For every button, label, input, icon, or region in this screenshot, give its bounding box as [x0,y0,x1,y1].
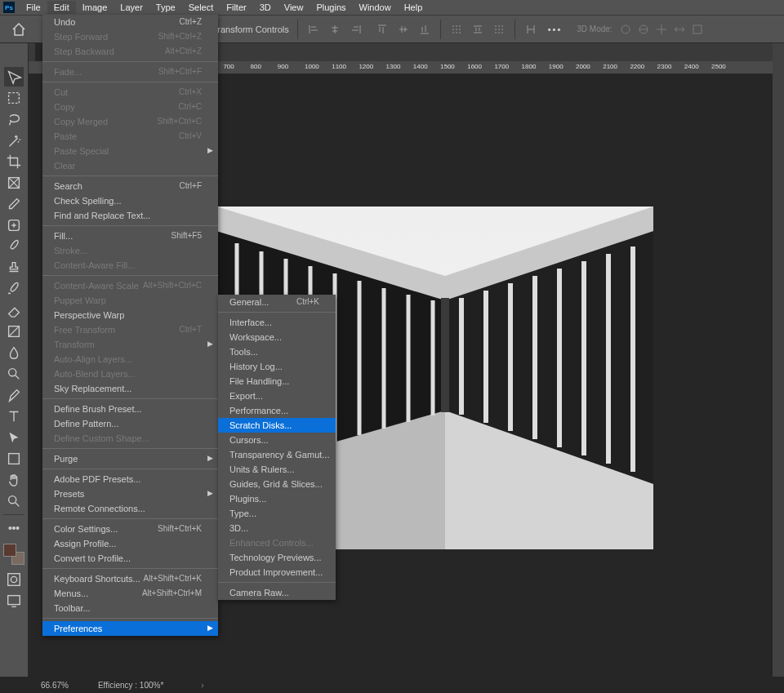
align-bottom-icon[interactable] [415,20,434,39]
prefs-menu-scratch-disks[interactable]: Scratch Disks... [218,418,336,433]
menu-edit[interactable]: Edit [47,1,76,14]
menu-plugins[interactable]: Plugins [310,1,352,14]
more-options-icon[interactable]: ••• [548,24,563,34]
status-flyout-icon[interactable]: › [201,681,203,690]
align-right-icon[interactable] [346,20,366,39]
distribute-center-v-icon[interactable] [468,20,488,39]
prefs-menu-file-handling[interactable]: File Handling... [218,374,336,389]
edit-menu-adobe-pdf-presets[interactable]: Adobe PDF Presets... [42,472,218,486]
zoom-3d-icon[interactable] [691,23,704,36]
prefs-menu-guides-grid-slices[interactable]: Guides, Grid & Slices... [218,477,336,491]
home-button[interactable] [3,18,34,41]
menu-select[interactable]: Select [182,1,220,14]
edit-menu-check-spelling[interactable]: Check Spelling... [42,193,218,208]
prefs-menu-product-improvement[interactable]: Product Improvement... [218,565,336,580]
type-tool[interactable] [4,406,24,426]
efficiency-readout[interactable]: Efficiency : 100%* [98,681,163,690]
edit-menu-presets[interactable]: Presets▶ [42,486,218,501]
align-left-icon[interactable] [304,20,323,39]
edit-menu-toolbar[interactable]: Toolbar... [42,601,218,615]
wand-tool[interactable] [4,131,24,150]
edit-menu-convert-to-profile[interactable]: Convert to Profile... [42,551,218,566]
move-tool[interactable] [4,67,24,87]
prefs-menu-workspace[interactable]: Workspace... [218,330,336,344]
pen-tool[interactable] [4,385,24,405]
shape-tool[interactable] [4,449,24,469]
menu-file[interactable]: File [20,1,47,14]
prefs-menu-3d[interactable]: 3D... [218,521,336,535]
align-center-v-icon[interactable] [394,20,413,39]
quickmask-tool[interactable] [4,570,24,589]
prefs-menu-transparency-gamut[interactable]: Transparency & Gamut... [218,447,336,462]
slide-icon[interactable] [673,23,686,36]
edit-menu-purge[interactable]: Purge▶ [42,451,218,466]
right-panels-collapsed[interactable] [773,43,784,677]
menu-help[interactable]: Help [398,1,430,14]
prefs-menu-cursors[interactable]: Cursors... [218,433,336,447]
eyedropper-tool[interactable] [4,194,24,214]
align-center-h-icon[interactable] [325,20,345,39]
prefs-menu-general[interactable]: General...Ctrl+K [218,295,336,309]
edit-menu-menus[interactable]: Menus...Alt+Shift+Ctrl+M [42,586,218,601]
edit-menu-remote-connections[interactable]: Remote Connections... [42,501,218,516]
roll-icon[interactable] [637,23,650,36]
edit-toolbar-tool[interactable] [4,518,24,538]
ruler-origin[interactable] [29,61,43,74]
align-top-icon[interactable] [372,20,392,39]
menu-bar: Ps FileEditImageLayerTypeSelectFilter3DV… [0,0,784,15]
prefs-menu-history-log[interactable]: History Log... [218,359,336,374]
crop-tool[interactable] [4,152,24,171]
dodge-tool[interactable] [4,364,24,384]
edit-menu-free-transform: Free TransformCtrl+T [42,322,218,337]
stamp-tool[interactable] [4,258,24,278]
edit-menu-sky-replacement[interactable]: Sky Replacement... [42,381,218,396]
prefs-menu-units-rulers[interactable]: Units & Rulers... [218,462,336,477]
edit-menu-search[interactable]: SearchCtrl+F [42,179,218,193]
zoom-level[interactable]: 66.67% [41,681,69,690]
edit-menu-fill[interactable]: Fill...Shift+F5 [42,229,218,243]
pan-icon[interactable] [655,23,668,36]
prefs-menu-tools[interactable]: Tools... [218,344,336,359]
edit-menu-keyboard-shortcuts[interactable]: Keyboard Shortcuts...Alt+Shift+Ctrl+K [42,571,218,586]
eraser-tool[interactable] [4,300,24,320]
prefs-menu-interface[interactable]: Interface... [218,315,336,330]
marquee-tool[interactable] [4,88,24,108]
menu-filter[interactable]: Filter [220,1,252,14]
menu-type[interactable]: Type [149,1,182,14]
edit-menu-define-pattern[interactable]: Define Pattern... [42,416,218,431]
zoom-tool[interactable] [4,491,24,511]
prefs-menu-technology-previews[interactable]: Technology Previews... [218,550,336,565]
hand-tool[interactable] [4,470,24,490]
distribute-top-icon[interactable] [447,20,466,39]
prefs-menu-performance[interactable]: Performance... [218,403,336,418]
menu-layer[interactable]: Layer [114,1,149,14]
history-brush-tool[interactable] [4,279,24,299]
menu-image[interactable]: Image [76,1,114,14]
prefs-menu-camera-raw[interactable]: Camera Raw... [218,585,336,600]
edit-menu-define-brush-preset[interactable]: Define Brush Preset... [42,402,218,416]
menu-3d[interactable]: 3D [253,1,278,14]
lasso-tool[interactable] [4,109,24,129]
distribute-spacing-icon[interactable] [521,20,541,39]
frame-tool[interactable] [4,173,24,193]
edit-menu-perspective-warp[interactable]: Perspective Warp [42,308,218,322]
prefs-menu-type[interactable]: Type... [218,506,336,521]
distribute-bottom-icon[interactable] [489,20,509,39]
path-select-tool[interactable] [4,428,24,447]
orbit-icon[interactable] [619,23,632,36]
brush-tool[interactable] [4,237,24,256]
prefs-menu-plugins[interactable]: Plugins... [218,491,336,506]
edit-menu-find-and-replace-text[interactable]: Find and Replace Text... [42,208,218,223]
color-swatches[interactable] [3,544,24,565]
blur-tool[interactable] [4,343,24,362]
edit-menu-undo[interactable]: UndoCtrl+Z [42,15,218,29]
screenmode-tool[interactable] [4,591,24,611]
edit-menu-assign-profile[interactable]: Assign Profile... [42,536,218,551]
heal-tool[interactable] [4,215,24,235]
menu-window[interactable]: Window [353,1,398,14]
menu-view[interactable]: View [278,1,310,14]
gradient-tool[interactable] [4,322,24,341]
prefs-menu-export[interactable]: Export... [218,389,336,403]
edit-menu-color-settings[interactable]: Color Settings...Shift+Ctrl+K [42,522,218,536]
edit-menu-preferences[interactable]: Preferences▶ [42,621,218,636]
